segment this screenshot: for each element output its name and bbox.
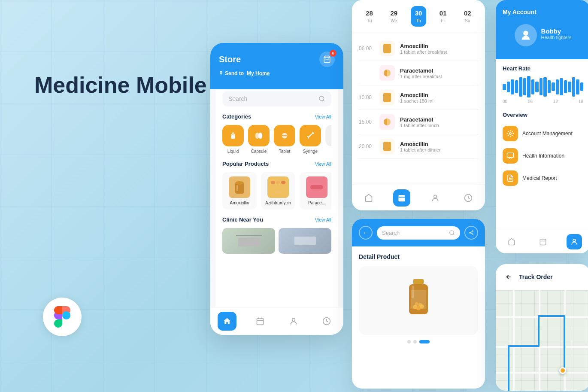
svg-point-18 xyxy=(433,195,436,198)
sched-nav-profile[interactable] xyxy=(427,189,444,207)
back-button[interactable]: ← xyxy=(359,226,373,240)
category-capsule[interactable]: Capsule xyxy=(248,125,270,154)
heart-rate-bar xyxy=(552,82,555,91)
categories-view-all[interactable]: View All xyxy=(315,114,331,119)
category-more xyxy=(325,125,331,154)
time-1000: 10.00 xyxy=(359,94,374,100)
week-header: 28 Tu 29 We 30 Th 01 Fr 02 Sa xyxy=(352,0,485,33)
search-bar[interactable]: Search xyxy=(222,91,331,106)
pill-icon-1 xyxy=(383,44,391,53)
heart-rate-bar xyxy=(515,80,518,93)
store-header: Store 6 Send to My Home xyxy=(210,43,343,89)
detail-body: Detail Product xyxy=(352,246,485,350)
sched-nav-schedule[interactable] xyxy=(393,189,410,207)
svg-point-33 xyxy=(418,303,422,307)
popular-view-all[interactable]: View All xyxy=(315,161,331,167)
nav-history[interactable] xyxy=(317,312,336,331)
nav-schedule[interactable] xyxy=(251,312,270,331)
day-01-num: 01 xyxy=(439,9,447,17)
azith-img xyxy=(267,176,289,198)
chart-label-18: 18 xyxy=(579,99,583,104)
acc-nav-schedule[interactable] xyxy=(535,234,551,249)
amoxcillin-name: Amoxcillin xyxy=(230,201,249,205)
svg-line-25 xyxy=(470,231,472,232)
heart-rate-bar xyxy=(531,79,535,94)
pill-icon-3 xyxy=(383,93,391,102)
track-header: Track Order xyxy=(496,264,588,290)
user-avatar xyxy=(515,24,537,46)
day-28[interactable]: 28 Tu xyxy=(361,6,377,27)
acc-nav-home[interactable] xyxy=(504,234,519,249)
sched-nav-home[interactable] xyxy=(360,189,377,207)
heart-rate-bar xyxy=(560,78,563,95)
popular-header: Popular Products View All xyxy=(222,161,331,167)
svg-point-8 xyxy=(235,181,244,185)
health-info-item[interactable]: Health Information xyxy=(503,145,583,167)
tablet-label: Tablet xyxy=(279,149,291,154)
day-28-name: Tu xyxy=(367,18,372,23)
liquid-icon xyxy=(222,125,244,146)
user-name: Bobby xyxy=(541,27,572,35)
track-back-button[interactable] xyxy=(503,271,515,283)
category-liquid[interactable]: Liquid xyxy=(222,125,244,154)
clinic-card-2[interactable] xyxy=(279,228,331,254)
heart-rate-bar xyxy=(540,78,543,95)
heart-rate-bar xyxy=(576,79,579,94)
syringe-icon xyxy=(300,125,321,146)
day-29-name: We xyxy=(391,18,397,23)
sched-nav-history[interactable] xyxy=(460,189,477,207)
share-button[interactable] xyxy=(464,226,478,240)
detail-search-bar[interactable]: Search xyxy=(377,226,460,240)
chart-labels: 00 06 12 18 xyxy=(503,99,583,104)
dot-active xyxy=(419,340,430,343)
day-30[interactable]: 30 Th xyxy=(411,6,427,27)
search-placeholder: Search xyxy=(228,95,315,102)
svg-point-35 xyxy=(523,31,528,36)
product-amoxcillin[interactable]: Amoxcillin xyxy=(222,172,257,210)
svg-rect-9 xyxy=(236,185,238,191)
day-01[interactable]: 01 Fr xyxy=(435,6,451,27)
cart-button[interactable]: 6 xyxy=(319,52,335,67)
category-tablet[interactable]: Tablet xyxy=(274,125,295,154)
amoxcillin-img xyxy=(229,176,250,198)
nav-home[interactable] xyxy=(218,312,236,331)
product-azith[interactable]: Azithtromycin xyxy=(261,172,295,210)
account-screen: My Account Bobby Health fighters Heart R… xyxy=(496,0,588,253)
nav-profile[interactable] xyxy=(284,312,303,331)
med-info-3: Amoxcillin 1 sachet 150 ml xyxy=(400,92,478,103)
day-29[interactable]: 29 We xyxy=(386,6,402,27)
category-syringe[interactable]: Syringe xyxy=(300,125,321,154)
clinic-card-1[interactable] xyxy=(222,228,275,254)
dot-1 xyxy=(407,340,411,343)
store-body: Search Categories View All Liquid Capsul… xyxy=(215,84,338,333)
heart-rate-bar xyxy=(535,82,539,92)
heart-rate-bar xyxy=(564,80,567,93)
popular-label: Popular Products xyxy=(222,161,269,167)
clinic-img-2 xyxy=(279,228,331,254)
categories-label: Categories xyxy=(222,113,251,120)
heart-rate-bar xyxy=(511,79,514,94)
clinic-view-all[interactable]: View All xyxy=(315,217,331,222)
account-management-item[interactable]: Account Management xyxy=(503,122,583,145)
day-30-num: 30 xyxy=(415,9,422,17)
carousel-dots xyxy=(359,340,478,343)
location-name[interactable]: My Home xyxy=(247,70,270,76)
heart-rate-bar xyxy=(548,80,551,93)
medical-report-item[interactable]: Medical Report xyxy=(503,167,583,189)
svg-line-24 xyxy=(470,233,472,234)
user-team: Health fighters xyxy=(541,35,572,40)
day-02[interactable]: 02 Sa xyxy=(460,6,476,27)
products-row: Amoxcillin Azithtromycin Parace... xyxy=(222,172,331,210)
tablet-icon xyxy=(274,125,295,146)
day-02-name: Sa xyxy=(465,18,470,23)
schedule-entry-2: Paracetamol 1 mg after breakfast xyxy=(359,61,478,85)
med-dose-1: 1 tablet after breakfast xyxy=(400,49,478,55)
med-name-5: Amoxcillin xyxy=(400,141,478,147)
heart-rate-bar xyxy=(519,77,522,97)
product-parace[interactable]: Parace... xyxy=(300,172,331,210)
schedule-entry-3: 10.00 Amoxcillin 1 sachet 150 ml xyxy=(359,85,478,110)
svg-point-22 xyxy=(470,232,471,234)
acc-nav-profile[interactable] xyxy=(567,234,582,249)
heart-rate-bar xyxy=(507,82,510,92)
svg-rect-37 xyxy=(507,153,514,158)
